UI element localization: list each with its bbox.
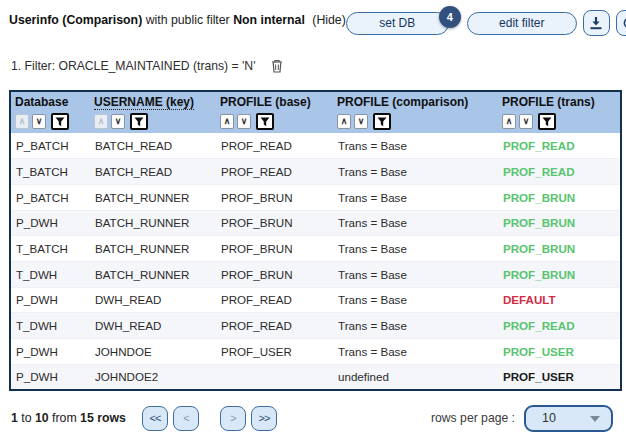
cell-profile-trans: PROF_BRUN xyxy=(498,261,621,287)
next-page-button[interactable]: > xyxy=(220,406,246,431)
cell-profile-trans: PROF_READ xyxy=(498,159,621,185)
cell-profile-trans: PROF_BRUN xyxy=(498,184,621,210)
table-row[interactable]: T_BATCHBATCH_READPROF_READTrans = BasePR… xyxy=(10,159,621,185)
range-to-word: to xyxy=(21,411,31,425)
rows-per-page-label: rows per page : xyxy=(431,411,515,425)
row-range-text: 1 to 10 from 15 rows xyxy=(11,411,126,425)
column-label: PROFILE (base) xyxy=(220,95,333,110)
cell-username: BATCH_RUNNER xyxy=(90,184,216,210)
filter-icon[interactable] xyxy=(256,113,274,130)
range-from-word: from xyxy=(52,411,77,425)
column-header-username[interactable]: USERNAME (key) ∧ ∨ xyxy=(90,91,216,133)
filter-icon[interactable] xyxy=(373,113,391,130)
cell-profile-comparison: undefined xyxy=(333,364,498,390)
cell-username: DWH_READ xyxy=(90,313,216,339)
hide-link[interactable]: (Hide) xyxy=(312,13,345,27)
title-bar: Userinfo (Comparison) with public filter… xyxy=(9,8,619,40)
cell-profile-trans: PROF_READ xyxy=(498,133,621,159)
pagination: << < > >> xyxy=(142,406,277,431)
edit-filter-button[interactable]: edit filter xyxy=(467,12,577,35)
table-row[interactable]: T_BATCHBATCH_RUNNERPROF_BRUNTrans = Base… xyxy=(10,236,621,262)
sort-asc-icon[interactable]: ∧ xyxy=(94,114,108,129)
first-page-button[interactable]: << xyxy=(142,406,168,431)
download-icon xyxy=(589,16,603,30)
prev-page-button[interactable]: < xyxy=(173,406,199,431)
sort-asc-icon[interactable]: ∧ xyxy=(15,114,29,129)
edit-filter-label: edit filter xyxy=(499,16,544,30)
cell-profile-base: PROF_BRUN xyxy=(216,210,333,236)
cell-profile-base: PROF_READ xyxy=(216,287,333,313)
cell-profile-base xyxy=(216,364,333,390)
column-header-profile-comparison[interactable]: PROFILE (comparison) ∧ ∨ xyxy=(333,91,498,133)
cell-profile-base: PROF_BRUN xyxy=(216,184,333,210)
download-button[interactable] xyxy=(583,10,610,36)
cell-database: P_DWH xyxy=(10,287,90,313)
sort-desc-icon[interactable]: ∨ xyxy=(354,114,368,129)
refresh-icon xyxy=(622,16,626,30)
table-body: P_BATCHBATCH_READPROF_READTrans = BasePR… xyxy=(10,133,621,390)
table-row[interactable]: P_BATCHBATCH_READPROF_READTrans = BasePR… xyxy=(10,133,621,159)
filter-bar: 1. Filter: ORACLE_MAINTAINED (trans) = '… xyxy=(11,57,619,75)
table-row[interactable]: T_DWHBATCH_RUNNERPROF_BRUNTrans = BasePR… xyxy=(10,261,621,287)
sort-desc-icon[interactable]: ∨ xyxy=(237,114,251,129)
sort-desc-icon[interactable]: ∨ xyxy=(111,114,125,129)
cell-username: BATCH_RUNNER xyxy=(90,236,216,262)
cell-profile-base: PROF_BRUN xyxy=(216,236,333,262)
range-total: 15 rows xyxy=(80,411,126,425)
sort-desc-icon[interactable]: ∨ xyxy=(32,114,46,129)
sort-asc-icon[interactable]: ∧ xyxy=(220,114,234,129)
table-header: Database ∧ ∨ USERNAME (key) ∧ ∨ xyxy=(10,91,621,133)
table-row[interactable]: P_DWHJOHNDOEPROF_USERTrans = BasePROF_US… xyxy=(10,339,621,365)
cell-database: T_BATCH xyxy=(10,159,90,185)
page: Userinfo (Comparison) with public filter… xyxy=(0,0,626,432)
db-count-badge: 4 xyxy=(439,6,461,28)
column-label: PROFILE (comparison) xyxy=(337,95,498,110)
cell-profile-trans: PROF_BRUN xyxy=(498,210,621,236)
cell-profile-comparison: Trans = Base xyxy=(333,133,498,159)
cell-database: P_BATCH xyxy=(10,184,90,210)
sort-asc-icon[interactable]: ∧ xyxy=(337,114,351,129)
range-start: 1 xyxy=(11,411,18,425)
table-row[interactable]: P_BATCHBATCH_RUNNERPROF_BRUNTrans = Base… xyxy=(10,184,621,210)
cell-profile-base: PROF_USER xyxy=(216,339,333,365)
cell-database: P_BATCH xyxy=(10,133,90,159)
page-title: Userinfo (Comparison) with public filter… xyxy=(9,8,346,27)
column-label: Database xyxy=(15,95,90,110)
title-filter-text: with public filter xyxy=(146,13,230,27)
cell-profile-comparison: Trans = Base xyxy=(333,210,498,236)
column-header-database[interactable]: Database ∧ ∨ xyxy=(10,91,90,133)
cell-username: BATCH_RUNNER xyxy=(90,210,216,236)
filter-icon[interactable] xyxy=(538,113,556,130)
rows-per-page-select[interactable]: 10 xyxy=(524,405,613,432)
title-view-name: Userinfo (Comparison) xyxy=(9,13,142,27)
sort-desc-icon[interactable]: ∨ xyxy=(519,114,533,129)
column-header-profile-trans[interactable]: PROFILE (trans) ∧ ∨ xyxy=(498,91,621,133)
refresh-button[interactable] xyxy=(616,10,626,36)
range-end: 10 xyxy=(35,411,49,425)
cell-profile-base: PROF_BRUN xyxy=(216,261,333,287)
cell-profile-comparison: Trans = Base xyxy=(333,236,498,262)
cell-profile-base: PROF_READ xyxy=(216,133,333,159)
sort-asc-icon[interactable]: ∧ xyxy=(502,114,516,129)
table-row[interactable]: P_DWHDWH_READPROF_READTrans = BaseDEFAUL… xyxy=(10,287,621,313)
table-row[interactable]: T_DWHDWH_READPROF_READTrans = BasePROF_R… xyxy=(10,313,621,339)
cell-profile-comparison: Trans = Base xyxy=(333,159,498,185)
table-row[interactable]: P_DWHJOHNDOE2undefinedPROF_USER xyxy=(10,364,621,390)
cell-username: JOHNDOE2 xyxy=(90,364,216,390)
cell-profile-base: PROF_READ xyxy=(216,159,333,185)
column-label: USERNAME (key) xyxy=(94,95,194,110)
cell-database: P_DWH xyxy=(10,364,90,390)
cell-profile-comparison: Trans = Base xyxy=(333,339,498,365)
set-db-button[interactable]: set DB 4 xyxy=(346,12,449,35)
cell-username: BATCH_READ xyxy=(90,159,216,185)
title-filter-name: Non internal xyxy=(233,13,305,27)
cell-username: JOHNDOE xyxy=(90,339,216,365)
filter-icon[interactable] xyxy=(130,113,148,130)
cell-username: BATCH_READ xyxy=(90,133,216,159)
table-row[interactable]: P_DWHBATCH_RUNNERPROF_BRUNTrans = BasePR… xyxy=(10,210,621,236)
last-page-button[interactable]: >> xyxy=(251,406,277,431)
column-header-profile-base[interactable]: PROFILE (base) ∧ ∨ xyxy=(216,91,333,133)
delete-filter-button[interactable] xyxy=(271,59,283,73)
cell-database: T_DWH xyxy=(10,313,90,339)
filter-icon[interactable] xyxy=(51,113,69,130)
